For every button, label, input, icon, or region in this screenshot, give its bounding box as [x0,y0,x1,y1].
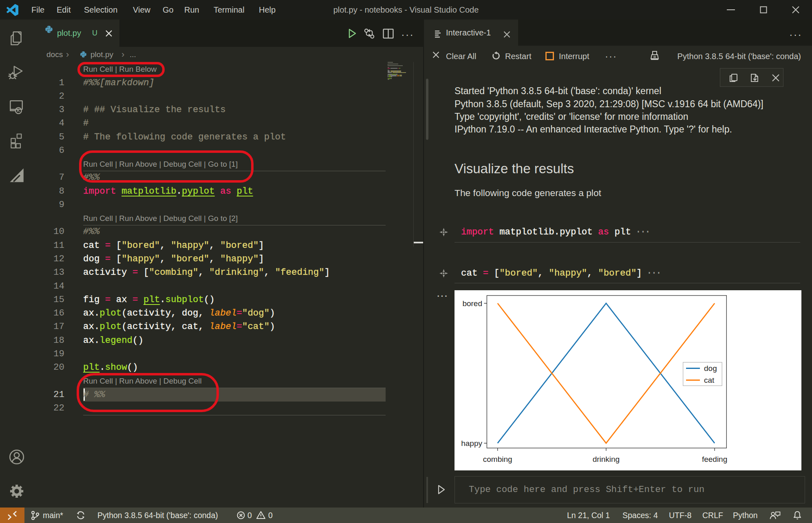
svg-text:feeding: feeding [702,455,727,463]
svg-text:happy: happy [461,439,482,448]
svg-text:bored: bored [462,299,482,308]
svg-text:drinking: drinking [593,455,620,463]
svg-text:dog: dog [704,364,717,373]
svg-text:combing: combing [483,455,512,463]
svg-text:cat: cat [704,376,715,384]
